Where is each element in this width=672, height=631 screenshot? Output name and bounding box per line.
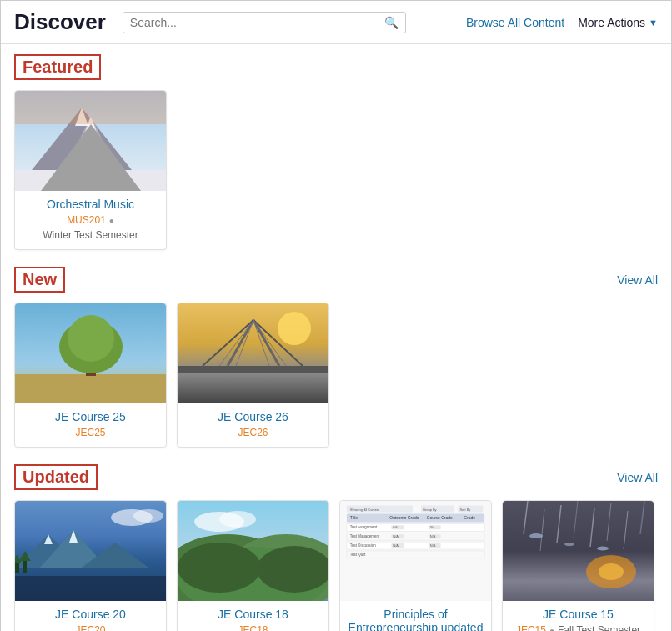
main-content: Featured xyxy=(1,44,671,631)
svg-text:Test Quiz: Test Quiz xyxy=(350,553,366,557)
svg-text:Title: Title xyxy=(350,516,358,520)
header-nav: Browse All Content More Actions ▼ xyxy=(466,16,658,29)
page-title: Discover xyxy=(14,9,106,35)
card-je-course-25[interactable]: JE Course 25 JEC25 xyxy=(14,303,167,448)
svg-text:N/A: N/A xyxy=(393,543,399,548)
card-code-orchestral-music: MUS201 xyxy=(67,214,106,226)
card-code-je-course-25: JEC25 xyxy=(75,427,105,438)
new-view-all-link[interactable]: View All xyxy=(617,273,658,287)
more-actions-label: More Actions xyxy=(578,16,645,29)
card-image-bridge xyxy=(178,303,328,403)
svg-text:Outcome Grade: Outcome Grade xyxy=(389,516,419,520)
updated-cards-row: JE Course 20 JEC20 xyxy=(14,500,658,631)
svg-text:Test Assignment: Test Assignment xyxy=(350,525,378,529)
svg-point-89 xyxy=(529,533,543,538)
card-orchestral-music[interactable]: Orchestral Music MUS201 ● Winter Test Se… xyxy=(14,90,167,250)
card-code-je-course-15: JEC15 xyxy=(516,624,546,631)
chevron-down-icon: ▼ xyxy=(649,18,658,28)
card-image-tree xyxy=(15,303,166,403)
card-title-je-course-15: JE Course 15 xyxy=(509,608,647,621)
card-code-je-course-18: JEC18 xyxy=(238,624,268,631)
card-je-course-18[interactable]: JE Course 18 JEC18 xyxy=(177,500,329,631)
svg-point-93 xyxy=(599,563,624,580)
card-body-je-course-20: JE Course 20 JEC20 xyxy=(15,601,166,631)
card-meta-je-course-26: JEC26 xyxy=(184,427,322,438)
svg-rect-14 xyxy=(178,366,328,373)
svg-text:Group By: Group By xyxy=(423,508,437,512)
card-meta-je-course-25: JEC25 xyxy=(22,427,159,438)
svg-text:N/A: N/A xyxy=(430,534,436,538)
featured-cards-row: Orchestral Music MUS201 ● Winter Test Se… xyxy=(14,90,658,250)
svg-text:Test Management: Test Management xyxy=(350,534,380,538)
svg-point-25 xyxy=(133,509,163,523)
new-section-header: New View All xyxy=(14,267,658,293)
card-image-table: Title Outcome Grade Course Grade Grade T… xyxy=(340,501,491,601)
svg-point-40 xyxy=(178,543,261,593)
card-body-principles-entrepreneurship: Principles of Entrepreneurship updated A… xyxy=(340,601,491,631)
updated-view-all-link[interactable]: View All xyxy=(617,471,658,484)
updated-section-header: Updated View All xyxy=(14,464,658,490)
card-je-course-26[interactable]: JE Course 26 JEC26 xyxy=(177,303,329,448)
card-title-principles-entrepreneurship: Principles of Entrepreneurship updated xyxy=(347,608,484,631)
meta-dot-3: ● xyxy=(549,626,554,632)
card-principles-entrepreneurship[interactable]: Title Outcome Grade Course Grade Grade T… xyxy=(339,500,492,631)
card-meta-je-course-18: JEC18 xyxy=(184,624,322,631)
search-input[interactable] xyxy=(130,16,384,29)
card-semester-orchestral-music: Winter Test Semester xyxy=(43,229,138,241)
browse-all-link[interactable]: Browse All Content xyxy=(466,16,564,29)
app-header: Discover 🔍 Browse All Content More Actio… xyxy=(1,1,671,44)
meta-dot: ● xyxy=(109,216,114,225)
svg-point-91 xyxy=(597,547,609,551)
svg-point-11 xyxy=(68,315,114,362)
card-code-je-course-20: JEC20 xyxy=(75,624,105,631)
card-image-rain xyxy=(503,501,654,601)
card-title-orchestral-music: Orchestral Music xyxy=(22,198,159,211)
svg-text:Showing All Content: Showing All Content xyxy=(350,508,380,512)
svg-rect-33 xyxy=(23,561,27,573)
card-meta-je-course-15: JEC15 ● Fall Test Semester xyxy=(509,624,647,631)
featured-section-title: Featured xyxy=(14,54,101,80)
search-container: 🔍 xyxy=(123,12,406,33)
svg-text:Sort By: Sort By xyxy=(459,508,470,512)
svg-rect-1 xyxy=(15,170,166,191)
svg-rect-35 xyxy=(15,576,166,601)
featured-section-header: Featured xyxy=(14,54,658,80)
svg-text:N/A: N/A xyxy=(430,543,436,548)
updated-section: Updated View All xyxy=(14,464,658,631)
new-section: New View All xyxy=(14,267,658,448)
card-meta-je-course-20: JEC20 xyxy=(22,624,159,631)
svg-rect-71 xyxy=(347,551,484,558)
card-body-orchestral-music: Orchestral Music MUS201 ● Winter Test Se… xyxy=(15,191,166,241)
card-title-je-course-20: JE Course 20 xyxy=(22,608,159,621)
more-actions-button[interactable]: More Actions ▼ xyxy=(578,16,658,29)
search-icon[interactable]: 🔍 xyxy=(384,16,399,29)
svg-point-43 xyxy=(219,511,256,528)
svg-text:Test Discussion: Test Discussion xyxy=(350,543,376,548)
svg-text:N/A: N/A xyxy=(393,534,399,538)
svg-point-13 xyxy=(278,312,311,345)
svg-text:0/4: 0/4 xyxy=(430,525,435,529)
card-title-je-course-25: JE Course 25 xyxy=(22,410,159,423)
svg-point-90 xyxy=(564,543,574,546)
card-body-je-course-25: JE Course 25 JEC25 xyxy=(15,403,166,438)
card-code-je-course-26: JEC26 xyxy=(238,427,268,438)
svg-marker-3 xyxy=(65,116,117,170)
card-body-je-course-26: JE Course 26 JEC26 xyxy=(178,403,328,438)
svg-text:Course Grade: Course Grade xyxy=(427,516,453,520)
card-je-course-15[interactable]: JE Course 15 JEC15 ● Fall Test Semester xyxy=(502,500,654,631)
card-je-course-20[interactable]: JE Course 20 JEC20 xyxy=(14,500,167,631)
card-meta-orchestral-music: MUS201 ● Winter Test Semester xyxy=(22,214,159,241)
new-cards-row: JE Course 25 JEC25 xyxy=(14,303,658,448)
svg-text:Grade: Grade xyxy=(464,516,475,520)
svg-rect-6 xyxy=(15,91,166,124)
card-image-mountain xyxy=(15,91,166,191)
svg-text:0/4: 0/4 xyxy=(393,525,398,529)
card-body-je-course-15: JE Course 15 JEC15 ● Fall Test Semester xyxy=(503,601,654,631)
card-semester-je15: Fall Test Semester xyxy=(558,624,640,631)
svg-rect-31 xyxy=(15,563,19,573)
card-image-hills xyxy=(178,501,328,601)
card-title-je-course-26: JE Course 26 xyxy=(184,410,322,423)
card-body-je-course-18: JE Course 18 JEC18 xyxy=(178,601,328,631)
card-image-lake xyxy=(15,501,166,601)
new-section-title: New xyxy=(14,267,65,293)
